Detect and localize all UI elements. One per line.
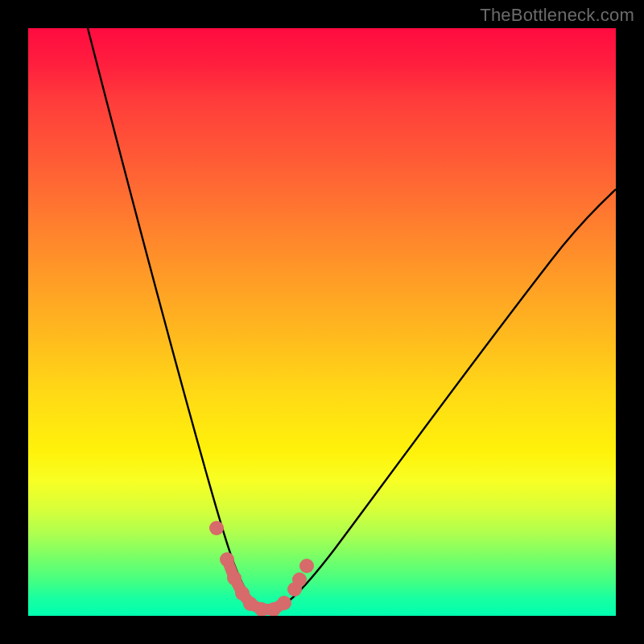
- watermark-text: TheBottleneck.com: [480, 5, 634, 26]
- bottleneck-curve-svg: [28, 28, 616, 616]
- marker-dot: [277, 596, 291, 610]
- marker-dot: [209, 521, 224, 535]
- marker-dot: [227, 571, 242, 585]
- marker-dot: [299, 559, 314, 573]
- plot-area: [28, 28, 616, 616]
- chart-frame: TheBottleneck.com: [0, 0, 644, 644]
- marker-dot: [292, 572, 307, 587]
- bottleneck-curve: [88, 28, 616, 611]
- marker-dot: [220, 552, 234, 567]
